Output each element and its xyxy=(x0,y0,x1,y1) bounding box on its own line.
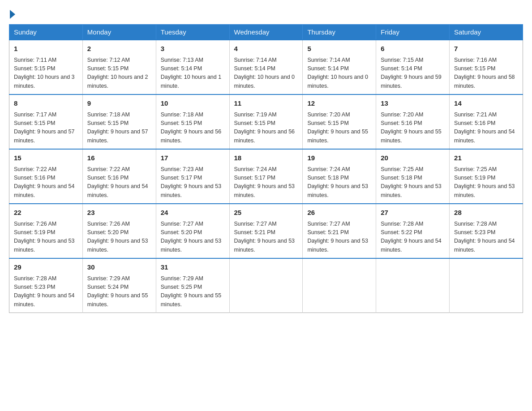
day-of-week-header: Friday xyxy=(376,25,450,40)
day-number: 10 xyxy=(161,98,225,109)
calendar-cell: 14Sunrise: 7:21 AMSunset: 5:16 PMDayligh… xyxy=(450,94,523,149)
day-info: Sunrise: 7:27 AMSunset: 5:21 PMDaylight:… xyxy=(307,220,371,255)
day-of-week-header: Tuesday xyxy=(156,25,229,40)
day-number: 3 xyxy=(161,44,225,54)
day-info: Sunrise: 7:16 AMSunset: 5:15 PMDaylight:… xyxy=(454,56,518,91)
day-number: 13 xyxy=(381,98,445,109)
day-number: 19 xyxy=(307,153,371,163)
logo xyxy=(9,9,15,17)
day-number: 5 xyxy=(307,44,371,54)
calendar-week-row: 15Sunrise: 7:22 AMSunset: 5:16 PMDayligh… xyxy=(9,149,523,204)
calendar-cell xyxy=(229,258,303,313)
day-info: Sunrise: 7:23 AMSunset: 5:17 PMDaylight:… xyxy=(161,165,225,200)
day-info: Sunrise: 7:14 AMSunset: 5:14 PMDaylight:… xyxy=(307,56,371,91)
day-number: 29 xyxy=(14,262,78,273)
day-info: Sunrise: 7:13 AMSunset: 5:14 PMDaylight:… xyxy=(161,56,225,91)
calendar-cell: 4Sunrise: 7:14 AMSunset: 5:14 PMDaylight… xyxy=(229,40,303,94)
day-info: Sunrise: 7:28 AMSunset: 5:22 PMDaylight:… xyxy=(381,220,445,255)
day-info: Sunrise: 7:29 AMSunset: 5:25 PMDaylight:… xyxy=(161,274,225,309)
day-info: Sunrise: 7:20 AMSunset: 5:16 PMDaylight:… xyxy=(381,111,445,146)
calendar-cell xyxy=(303,258,376,313)
calendar-cell xyxy=(450,258,523,313)
day-info: Sunrise: 7:26 AMSunset: 5:19 PMDaylight:… xyxy=(14,220,78,255)
calendar-cell: 6Sunrise: 7:15 AMSunset: 5:14 PMDaylight… xyxy=(376,40,450,94)
calendar-cell: 5Sunrise: 7:14 AMSunset: 5:14 PMDaylight… xyxy=(303,40,376,94)
day-of-week-header: Saturday xyxy=(450,25,523,40)
day-number: 17 xyxy=(161,153,225,163)
day-number: 27 xyxy=(381,208,445,218)
calendar-cell: 21Sunrise: 7:25 AMSunset: 5:19 PMDayligh… xyxy=(450,149,523,204)
calendar-cell: 18Sunrise: 7:24 AMSunset: 5:17 PMDayligh… xyxy=(229,149,303,204)
calendar-cell: 20Sunrise: 7:25 AMSunset: 5:18 PMDayligh… xyxy=(376,149,450,204)
day-info: Sunrise: 7:14 AMSunset: 5:14 PMDaylight:… xyxy=(234,56,298,91)
day-info: Sunrise: 7:27 AMSunset: 5:20 PMDaylight:… xyxy=(161,220,225,255)
day-number: 8 xyxy=(14,98,78,109)
calendar-header-row: SundayMondayTuesdayWednesdayThursdayFrid… xyxy=(9,25,523,40)
day-info: Sunrise: 7:19 AMSunset: 5:15 PMDaylight:… xyxy=(234,111,298,146)
calendar-cell: 29Sunrise: 7:28 AMSunset: 5:23 PMDayligh… xyxy=(9,258,83,313)
calendar-cell: 27Sunrise: 7:28 AMSunset: 5:22 PMDayligh… xyxy=(376,204,450,258)
day-info: Sunrise: 7:29 AMSunset: 5:24 PMDaylight:… xyxy=(87,274,151,309)
calendar-cell: 24Sunrise: 7:27 AMSunset: 5:20 PMDayligh… xyxy=(156,204,229,258)
calendar-cell: 13Sunrise: 7:20 AMSunset: 5:16 PMDayligh… xyxy=(376,94,450,149)
day-number: 16 xyxy=(87,153,151,163)
day-number: 30 xyxy=(87,262,151,273)
day-info: Sunrise: 7:18 AMSunset: 5:15 PMDaylight:… xyxy=(87,111,151,146)
calendar-cell: 7Sunrise: 7:16 AMSunset: 5:15 PMDaylight… xyxy=(450,40,523,94)
day-info: Sunrise: 7:21 AMSunset: 5:16 PMDaylight:… xyxy=(454,111,518,146)
day-info: Sunrise: 7:18 AMSunset: 5:15 PMDaylight:… xyxy=(161,111,225,146)
calendar-table: SundayMondayTuesdayWednesdayThursdayFrid… xyxy=(9,24,523,313)
calendar-cell: 26Sunrise: 7:27 AMSunset: 5:21 PMDayligh… xyxy=(303,204,376,258)
day-info: Sunrise: 7:24 AMSunset: 5:18 PMDaylight:… xyxy=(307,165,371,200)
calendar-cell: 11Sunrise: 7:19 AMSunset: 5:15 PMDayligh… xyxy=(229,94,303,149)
calendar-week-row: 1Sunrise: 7:11 AMSunset: 5:15 PMDaylight… xyxy=(9,40,523,94)
calendar-cell: 23Sunrise: 7:26 AMSunset: 5:20 PMDayligh… xyxy=(82,204,156,258)
day-number: 18 xyxy=(234,153,298,163)
day-info: Sunrise: 7:25 AMSunset: 5:19 PMDaylight:… xyxy=(454,165,518,200)
day-number: 9 xyxy=(87,98,151,109)
day-number: 25 xyxy=(234,208,298,218)
calendar-cell: 16Sunrise: 7:22 AMSunset: 5:16 PMDayligh… xyxy=(82,149,156,204)
day-info: Sunrise: 7:22 AMSunset: 5:16 PMDaylight:… xyxy=(14,165,78,200)
day-number: 6 xyxy=(381,44,445,54)
day-number: 2 xyxy=(87,44,151,54)
day-number: 1 xyxy=(14,44,78,54)
day-info: Sunrise: 7:17 AMSunset: 5:15 PMDaylight:… xyxy=(14,111,78,146)
day-number: 21 xyxy=(454,153,518,163)
calendar-cell: 31Sunrise: 7:29 AMSunset: 5:25 PMDayligh… xyxy=(156,258,229,313)
day-number: 7 xyxy=(454,44,518,54)
day-info: Sunrise: 7:24 AMSunset: 5:17 PMDaylight:… xyxy=(234,165,298,200)
calendar-cell: 3Sunrise: 7:13 AMSunset: 5:14 PMDaylight… xyxy=(156,40,229,94)
day-info: Sunrise: 7:27 AMSunset: 5:21 PMDaylight:… xyxy=(234,220,298,255)
calendar-cell: 30Sunrise: 7:29 AMSunset: 5:24 PMDayligh… xyxy=(82,258,156,313)
calendar-cell: 19Sunrise: 7:24 AMSunset: 5:18 PMDayligh… xyxy=(303,149,376,204)
day-number: 15 xyxy=(14,153,78,163)
calendar-week-row: 29Sunrise: 7:28 AMSunset: 5:23 PMDayligh… xyxy=(9,258,523,313)
day-number: 26 xyxy=(307,208,371,218)
day-number: 20 xyxy=(381,153,445,163)
day-number: 23 xyxy=(87,208,151,218)
calendar-cell: 12Sunrise: 7:20 AMSunset: 5:15 PMDayligh… xyxy=(303,94,376,149)
day-number: 14 xyxy=(454,98,518,109)
day-info: Sunrise: 7:11 AMSunset: 5:15 PMDaylight:… xyxy=(14,56,78,91)
day-info: Sunrise: 7:26 AMSunset: 5:20 PMDaylight:… xyxy=(87,220,151,255)
calendar-cell: 1Sunrise: 7:11 AMSunset: 5:15 PMDaylight… xyxy=(9,40,83,94)
calendar-week-row: 8Sunrise: 7:17 AMSunset: 5:15 PMDaylight… xyxy=(9,94,523,149)
calendar-cell xyxy=(376,258,450,313)
calendar-cell: 8Sunrise: 7:17 AMSunset: 5:15 PMDaylight… xyxy=(9,94,83,149)
day-number: 28 xyxy=(454,208,518,218)
day-of-week-header: Sunday xyxy=(9,25,83,40)
day-of-week-header: Wednesday xyxy=(229,25,303,40)
day-number: 22 xyxy=(14,208,78,218)
day-info: Sunrise: 7:25 AMSunset: 5:18 PMDaylight:… xyxy=(381,165,445,200)
calendar-cell: 22Sunrise: 7:26 AMSunset: 5:19 PMDayligh… xyxy=(9,204,83,258)
day-info: Sunrise: 7:12 AMSunset: 5:15 PMDaylight:… xyxy=(87,56,151,91)
day-number: 4 xyxy=(234,44,298,54)
day-info: Sunrise: 7:22 AMSunset: 5:16 PMDaylight:… xyxy=(87,165,151,200)
calendar-cell: 10Sunrise: 7:18 AMSunset: 5:15 PMDayligh… xyxy=(156,94,229,149)
day-of-week-header: Monday xyxy=(82,25,156,40)
calendar-cell: 9Sunrise: 7:18 AMSunset: 5:15 PMDaylight… xyxy=(82,94,156,149)
logo-arrow-icon xyxy=(10,10,15,19)
day-number: 12 xyxy=(307,98,371,109)
calendar-cell: 15Sunrise: 7:22 AMSunset: 5:16 PMDayligh… xyxy=(9,149,83,204)
